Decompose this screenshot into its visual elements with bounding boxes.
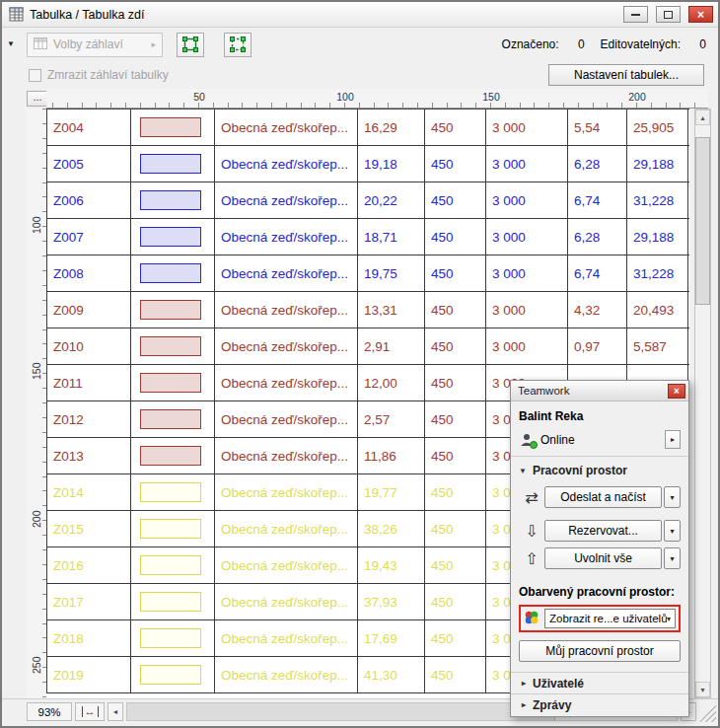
cell-wall-id[interactable]: Z012 <box>47 401 131 437</box>
table-row[interactable]: Z006Obecná zeď/skořep...20,224503 0006,7… <box>46 182 689 219</box>
cell-length[interactable]: 12,00 <box>358 365 425 400</box>
table-row[interactable]: Z005Obecná zeď/skořep...19,184503 0006,2… <box>46 146 689 182</box>
cell-wall-name[interactable]: Obecná zeď/skořep... <box>215 401 358 437</box>
cell-length[interactable]: 17,69 <box>358 620 425 656</box>
scroll-down-icon[interactable]: ▾ <box>695 682 710 697</box>
cell-length[interactable]: 19,43 <box>358 547 425 583</box>
users-section-header[interactable]: ▸ Uživatelé <box>511 672 688 693</box>
scroll-up-icon[interactable]: ▴ <box>695 109 710 125</box>
table-row[interactable]: Z008Obecná zeď/skořep...19,754503 0006,7… <box>46 255 689 292</box>
cell-wall-id[interactable]: Z010 <box>47 328 131 364</box>
release-all-button[interactable]: Uvolnit vše <box>544 547 662 569</box>
cell-area[interactable]: 5,587 <box>627 328 688 364</box>
cell-wall-name[interactable]: Obecná zeď/skořep... <box>215 109 358 145</box>
cell-height[interactable]: 3 000 <box>486 146 568 182</box>
cell-swatch[interactable] <box>131 292 215 328</box>
cell-swatch[interactable] <box>131 182 215 218</box>
cell-swatch[interactable] <box>131 620 215 656</box>
cell-wall-name[interactable]: Obecná zeď/skořep... <box>215 328 358 364</box>
cell-wall-name[interactable]: Obecná zeď/skořep... <box>215 511 358 546</box>
cell-wall-id[interactable]: Z016 <box>47 547 131 583</box>
cell-height[interactable]: 3 000 <box>486 292 568 328</box>
scroll-left-button[interactable]: ◂ <box>108 702 123 721</box>
cell-thickness[interactable]: 450 <box>425 219 486 255</box>
table-row[interactable]: Z009Obecná zeď/skořep...13,314503 0004,3… <box>46 292 689 328</box>
messages-section-header[interactable]: ▸ Zprávy <box>511 693 688 715</box>
cell-wall-name[interactable]: Obecná zeď/skořep... <box>215 620 358 656</box>
cell-volume[interactable]: 6,28 <box>568 219 627 255</box>
cell-swatch[interactable] <box>131 657 215 692</box>
table-row[interactable]: Z007Obecná zeď/skořep...18,714503 0006,2… <box>46 219 689 255</box>
cell-swatch[interactable] <box>131 146 215 182</box>
cell-wall-name[interactable]: Obecná zeď/skořep... <box>215 146 358 182</box>
reserve-button[interactable]: Rezervovat... <box>544 520 662 542</box>
cell-wall-id[interactable]: Z018 <box>47 620 131 656</box>
cell-swatch[interactable] <box>131 511 215 546</box>
table-settings-button[interactable]: Nastavení tabulek... <box>548 64 704 86</box>
cell-wall-name[interactable]: Obecná zeď/skořep... <box>215 182 358 218</box>
reserve-dropdown[interactable]: ▾ <box>664 520 681 542</box>
cell-height[interactable]: 3 000 <box>486 255 568 291</box>
cell-area[interactable]: 20,493 <box>627 292 688 328</box>
cell-swatch[interactable] <box>131 547 215 583</box>
cell-height[interactable]: 3 000 <box>486 182 568 218</box>
cell-wall-id[interactable]: Z004 <box>47 109 131 145</box>
cell-thickness[interactable]: 450 <box>425 109 486 145</box>
cell-length[interactable]: 19,18 <box>358 146 425 182</box>
fit-width-button[interactable]: ↔ <box>75 702 105 721</box>
cell-wall-id[interactable]: Z014 <box>47 474 131 510</box>
cell-thickness[interactable]: 450 <box>425 657 486 692</box>
cell-length[interactable]: 20,22 <box>358 182 425 218</box>
cell-length[interactable]: 2,91 <box>358 328 425 364</box>
status-expand-button[interactable]: ▸ <box>665 430 681 449</box>
cell-height[interactable]: 3 000 <box>486 219 568 255</box>
cell-volume[interactable]: 6,74 <box>568 182 627 218</box>
cell-wall-name[interactable]: Obecná zeď/skořep... <box>215 365 358 400</box>
cell-wall-name[interactable]: Obecná zeď/skořep... <box>215 219 358 255</box>
resize-grip[interactable] <box>699 702 716 722</box>
cell-length[interactable]: 19,75 <box>358 255 425 291</box>
cell-volume[interactable]: 0,97 <box>568 328 627 364</box>
cell-thickness[interactable]: 450 <box>425 328 486 364</box>
cell-swatch[interactable] <box>131 365 215 400</box>
teamwork-close-button[interactable]: × <box>668 384 685 399</box>
cell-area[interactable]: 31,228 <box>627 255 688 291</box>
cell-thickness[interactable]: 450 <box>425 474 486 510</box>
vertical-scrollbar[interactable]: ▴ ▾ <box>694 109 711 698</box>
cell-length[interactable]: 16,29 <box>358 109 425 145</box>
cell-area[interactable]: 29,188 <box>627 146 688 182</box>
cell-wall-name[interactable]: Obecná zeď/skořep... <box>215 292 358 328</box>
pane-toggle-icon[interactable]: ▼ <box>7 39 15 48</box>
select-frame-button[interactable] <box>177 33 204 57</box>
cell-thickness[interactable]: 450 <box>425 547 486 583</box>
cell-thickness[interactable]: 450 <box>425 620 486 656</box>
cell-thickness[interactable]: 450 <box>425 401 486 437</box>
cell-wall-name[interactable]: Obecná zeď/skořep... <box>215 547 358 583</box>
cell-volume[interactable]: 6,74 <box>568 255 627 291</box>
horizontal-scroll-thumb[interactable] <box>127 703 555 720</box>
cell-thickness[interactable]: 450 <box>425 146 486 182</box>
cell-wall-id[interactable]: Z013 <box>47 438 131 473</box>
cell-wall-name[interactable]: Obecná zeď/skořep... <box>215 438 358 473</box>
cell-volume[interactable]: 4,32 <box>568 292 627 328</box>
zoom-level-button[interactable]: 93% <box>27 702 72 721</box>
cell-wall-id[interactable]: Z007 <box>47 219 131 255</box>
cell-wall-id[interactable]: Z008 <box>47 255 131 291</box>
marquee-selection-button[interactable] <box>224 33 252 57</box>
send-receive-button[interactable]: Odeslat a načíst <box>544 486 662 508</box>
my-workspace-button[interactable]: Můj pracovní prostor <box>519 640 681 662</box>
cell-wall-name[interactable]: Obecná zeď/skořep... <box>215 474 358 510</box>
cell-swatch[interactable] <box>131 328 215 364</box>
cell-wall-name[interactable]: Obecná zeď/skořep... <box>215 255 358 291</box>
cell-swatch[interactable] <box>131 474 215 510</box>
cell-wall-id[interactable]: Z019 <box>47 657 131 692</box>
cell-wall-id[interactable]: Z011 <box>47 365 131 400</box>
ruler-options-button[interactable]: ... <box>27 91 48 107</box>
cell-swatch[interactable] <box>131 219 215 255</box>
cell-swatch[interactable] <box>131 438 215 473</box>
cell-thickness[interactable]: 450 <box>425 584 486 619</box>
cell-swatch[interactable] <box>131 255 215 291</box>
table-row[interactable]: Z004Obecná zeď/skořep...16,294503 0005,5… <box>46 109 689 146</box>
workspace-section-header[interactable]: ▼ Pracovní prostor <box>519 461 681 480</box>
vertical-scroll-thumb[interactable] <box>695 137 710 305</box>
